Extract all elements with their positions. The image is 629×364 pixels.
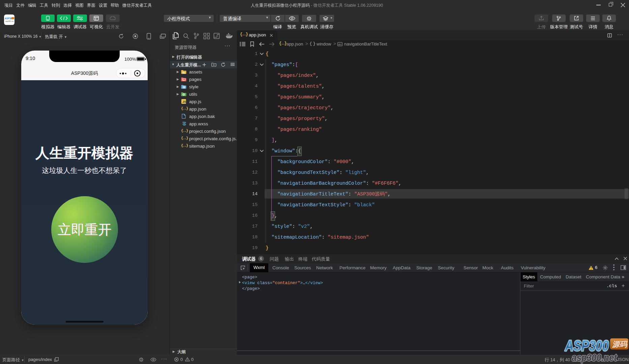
svg-text:abc: abc xyxy=(338,43,342,46)
svg-text:源码: 源码 xyxy=(612,340,628,348)
svg-text:asp300.net: asp300.net xyxy=(572,352,618,363)
